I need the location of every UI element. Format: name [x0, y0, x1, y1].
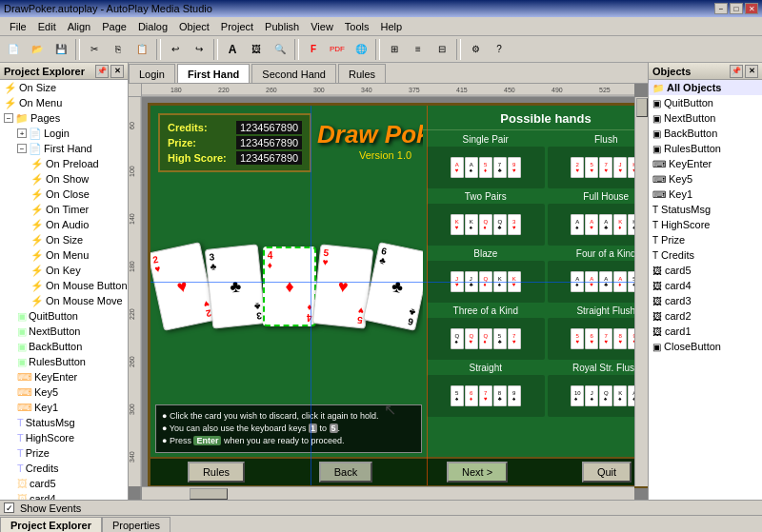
- obj-quitbutton[interactable]: ▣ QuitButton: [649, 95, 762, 110]
- settings-button[interactable]: ⚙: [464, 39, 487, 60]
- minimize-button[interactable]: −: [714, 3, 728, 14]
- web-button[interactable]: 🌐: [350, 39, 372, 60]
- tree-item-pages[interactable]: − 📁Pages: [0, 110, 128, 126]
- layer-button[interactable]: ⊟: [431, 39, 453, 60]
- tree-item-key1[interactable]: ⌨Key1: [0, 400, 128, 415]
- image-button[interactable]: 🖼: [245, 39, 268, 60]
- menu-page[interactable]: Page: [96, 19, 132, 34]
- menu-dialog[interactable]: Dialog: [132, 19, 173, 34]
- obj-all-objects[interactable]: 📁 All Objects: [649, 80, 762, 95]
- tree-item-onpreload[interactable]: ⚡On Preload: [0, 156, 128, 171]
- tab-second-hand[interactable]: Second Hand: [251, 64, 336, 83]
- menu-object[interactable]: Object: [173, 19, 215, 34]
- grid-button[interactable]: ⊞: [383, 39, 406, 60]
- login-toggle[interactable]: +: [17, 128, 27, 138]
- tree-item-nextbutton[interactable]: ▣NextButton: [0, 324, 128, 339]
- tab-login[interactable]: Login: [129, 64, 175, 83]
- obj-key5[interactable]: ⌨ Key5: [649, 171, 762, 187]
- menu-publish[interactable]: Publish: [259, 19, 305, 34]
- tree-item-card4[interactable]: 🖼card4: [0, 491, 128, 500]
- objects-panel-close[interactable]: ✕: [745, 65, 758, 78]
- tree-item-ontimer[interactable]: ⚡On Timer: [0, 202, 128, 217]
- menu-tools[interactable]: Tools: [339, 19, 375, 34]
- obj-card5[interactable]: 🖼 card5: [649, 263, 762, 278]
- obj-card1[interactable]: 🖼 card1: [649, 324, 762, 339]
- pages-toggle[interactable]: −: [4, 113, 13, 123]
- tree-item-onmousebtn[interactable]: ⚡On Mouse Button: [0, 278, 128, 293]
- scrollbar-vertical[interactable]: [634, 97, 648, 486]
- tree-item-onsize-root[interactable]: ⚡On Size: [0, 80, 128, 95]
- tree-item-credits[interactable]: TCredits: [0, 461, 128, 476]
- tree-item-rulesbutton[interactable]: ▣RulesButton: [0, 354, 128, 369]
- open-button[interactable]: 📂: [26, 39, 49, 60]
- search-button[interactable]: 🔍: [269, 39, 291, 60]
- menu-file[interactable]: File: [4, 19, 32, 34]
- save-button[interactable]: 💾: [50, 39, 72, 60]
- panel-close-button[interactable]: ✕: [110, 65, 124, 78]
- tree-item-quitbutton[interactable]: ▣QuitButton: [0, 308, 128, 324]
- scrollbar-horizontal[interactable]: [142, 486, 634, 500]
- text-button[interactable]: A: [221, 39, 244, 60]
- obj-rulesbutton[interactable]: ▣ RulesButton: [649, 141, 762, 156]
- help-toolbar-button[interactable]: ?: [488, 39, 511, 60]
- next-game-button[interactable]: Next >: [447, 462, 508, 483]
- menu-edit[interactable]: Edit: [32, 19, 62, 34]
- tree-item-onmousemove[interactable]: ⚡On Mouse Move: [0, 293, 128, 308]
- menu-view[interactable]: View: [305, 19, 339, 34]
- new-button[interactable]: 📄: [2, 39, 25, 60]
- objects-list[interactable]: 📁 All Objects ▣ QuitButton ▣ NextButton …: [649, 80, 762, 500]
- obj-statusmsg[interactable]: T StatusMsg: [649, 202, 762, 217]
- tree-item-keyenter[interactable]: ⌨KeyEnter: [0, 369, 128, 384]
- tree-item-onaudio[interactable]: ⚡On Audio: [0, 217, 128, 232]
- obj-backbutton[interactable]: ▣ BackButton: [649, 126, 762, 141]
- tree-item-onsize-page[interactable]: ⚡On Size: [0, 232, 128, 247]
- bottom-tab-project-explorer[interactable]: Project Explorer: [0, 517, 102, 532]
- redo-button[interactable]: ↪: [188, 39, 211, 60]
- bottom-tab-properties[interactable]: Properties: [102, 517, 170, 533]
- rules-game-button[interactable]: Rules: [188, 462, 245, 483]
- tree-item-login[interactable]: + 📄Login: [0, 126, 128, 141]
- tree-item-onmenu-root[interactable]: ⚡On Menu: [0, 95, 128, 110]
- paste-button[interactable]: 📋: [130, 39, 153, 60]
- tree-item-highscore[interactable]: THighScore: [0, 430, 128, 445]
- cut-button[interactable]: ✂: [83, 39, 106, 60]
- tree-item-onclose[interactable]: ⚡On Close: [0, 187, 128, 202]
- menu-help[interactable]: Help: [375, 19, 409, 34]
- scrollbar-thumb[interactable]: [636, 98, 648, 117]
- maximize-button[interactable]: □: [730, 3, 743, 14]
- back-game-button[interactable]: Back: [319, 462, 372, 483]
- obj-keyenter[interactable]: ⌨ KeyEnter: [649, 156, 762, 171]
- obj-card3[interactable]: 🖼 card3: [649, 293, 762, 308]
- obj-card2[interactable]: 🖼 card2: [649, 308, 762, 324]
- obj-prize[interactable]: T Prize: [649, 232, 762, 247]
- tree-item-firsthand[interactable]: − 📄First Hand: [0, 141, 128, 156]
- align-button[interactable]: ≡: [407, 39, 430, 60]
- tab-first-hand[interactable]: First Hand: [177, 64, 250, 83]
- card3[interactable]: 4♦ ♦ 4♦: [263, 246, 316, 326]
- tab-rules[interactable]: Rules: [338, 64, 386, 83]
- obj-nextbutton[interactable]: ▣ NextButton: [649, 110, 762, 126]
- tree-item-onkey[interactable]: ⚡On Key: [0, 263, 128, 278]
- panel-pin-button[interactable]: 📌: [95, 65, 109, 78]
- firsthand-toggle[interactable]: −: [17, 144, 27, 153]
- copy-button[interactable]: ⎘: [107, 39, 130, 60]
- tree-item-key5[interactable]: ⌨Key5: [0, 384, 128, 400]
- menu-project[interactable]: Project: [215, 19, 259, 34]
- tree-item-onshow[interactable]: ⚡On Show: [0, 171, 128, 187]
- obj-key1[interactable]: ⌨ Key1: [649, 187, 762, 202]
- show-events-checkbox[interactable]: ✓: [4, 502, 14, 513]
- card2[interactable]: 3♣ ♣ 3♣: [205, 244, 267, 328]
- obj-credits[interactable]: T Credits: [649, 247, 762, 263]
- pdf-button[interactable]: PDF: [326, 39, 349, 60]
- obj-card4[interactable]: 🖼 card4: [649, 278, 762, 293]
- obj-highscore[interactable]: T HighScore: [649, 217, 762, 232]
- objects-panel-pin[interactable]: 📌: [730, 65, 743, 78]
- project-tree[interactable]: ⚡On Size ⚡On Menu − 📁Pages + 📄Login − 📄F…: [0, 80, 128, 500]
- tree-item-statusmsg[interactable]: TStatusMsg: [0, 415, 128, 430]
- tree-item-card5[interactable]: 🖼card5: [0, 476, 128, 491]
- tree-item-backbutton[interactable]: ▣BackButton: [0, 339, 128, 354]
- obj-closebutton[interactable]: ▣ CloseButton: [649, 339, 762, 354]
- scrollbar-h-thumb[interactable]: [190, 488, 228, 500]
- tree-item-onmenu-page[interactable]: ⚡On Menu: [0, 247, 128, 263]
- flash-button[interactable]: F: [302, 39, 325, 60]
